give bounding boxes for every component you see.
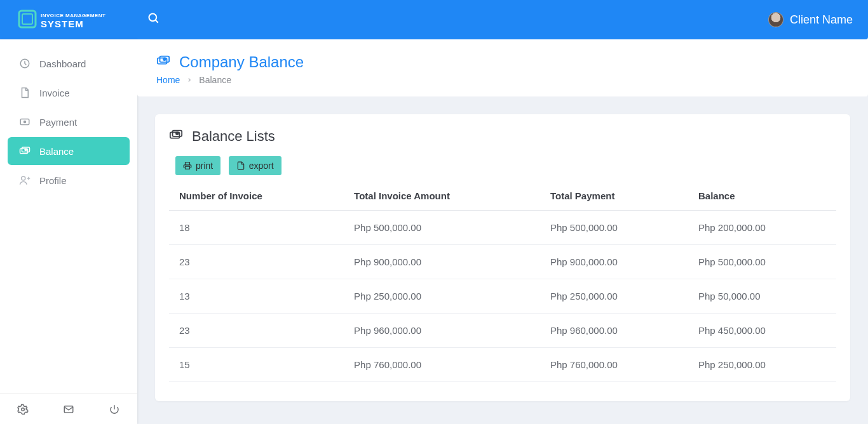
balance-icon xyxy=(19,145,31,157)
table-header: Total Payment xyxy=(540,182,688,211)
table-cell: Php 450,000.00 xyxy=(688,314,836,348)
svg-point-8 xyxy=(24,121,26,123)
sidebar-item-label: Invoice xyxy=(39,88,70,98)
table-cell: Php 500,000.00 xyxy=(344,211,540,245)
table-row[interactable]: 13Php 250,000.00Php 250,000.00Php 50,000… xyxy=(169,279,836,314)
profile-icon xyxy=(19,175,31,186)
svg-point-11 xyxy=(25,149,27,150)
dashboard-icon xyxy=(19,58,31,69)
sidebar-footer xyxy=(0,394,137,424)
logo[interactable]: INVOICE MANAGEMENT SYSTEM xyxy=(0,0,137,39)
table-cell: Php 900,000.00 xyxy=(540,245,688,279)
sidebar-item-invoice[interactable]: Invoice xyxy=(8,79,130,107)
invoice-icon xyxy=(19,87,31,98)
table-cell: Php 200,000.00 xyxy=(688,211,836,245)
table-cell: Php 760,000.00 xyxy=(344,348,540,382)
print-icon xyxy=(183,161,192,170)
table-cell: 13 xyxy=(169,279,344,314)
sidebar-item-label: Payment xyxy=(39,117,77,128)
export-icon xyxy=(236,161,245,170)
table-cell: 23 xyxy=(169,245,344,279)
table-row[interactable]: 15Php 760,000.00Php 760,000.00Php 250,00… xyxy=(169,348,836,382)
page-title: Company Balance xyxy=(179,53,304,71)
svg-line-5 xyxy=(156,20,158,23)
avatar xyxy=(768,12,783,27)
card-title-icon xyxy=(169,128,183,145)
table-cell: Php 250,000.00 xyxy=(540,279,688,314)
settings-icon[interactable] xyxy=(17,404,29,415)
user-menu[interactable]: Client Name xyxy=(768,12,853,27)
user-name: Client Name xyxy=(790,13,853,27)
page-header: Company Balance Home Balance xyxy=(137,39,868,96)
svg-rect-1 xyxy=(22,14,32,24)
table-cell: 18 xyxy=(169,211,344,245)
table-header: Balance xyxy=(688,182,836,211)
svg-point-19 xyxy=(163,58,166,60)
breadcrumb: Home Balance xyxy=(156,75,849,85)
table-row[interactable]: 23Php 900,000.00Php 900,000.00Php 500,00… xyxy=(169,245,836,279)
table-cell: 15 xyxy=(169,348,344,382)
table-cell: Php 500,000.00 xyxy=(540,211,688,245)
topbar: INVOICE MANAGEMENT SYSTEM Client Name xyxy=(0,0,868,39)
sidebar: Dashboard Invoice Payment Balance Profil… xyxy=(0,39,137,424)
breadcrumb-home[interactable]: Home xyxy=(156,75,180,85)
print-button[interactable]: print xyxy=(175,156,220,175)
mail-icon[interactable] xyxy=(63,404,74,415)
table-cell: Php 960,000.00 xyxy=(540,314,688,348)
svg-point-4 xyxy=(149,14,157,22)
balance-card: Balance Lists print export Number of Inv… xyxy=(155,114,850,401)
table-header: Total Invoice Amount xyxy=(344,182,540,211)
table-cell: Php 250,000.00 xyxy=(344,279,540,314)
table-header: Number of Invoice xyxy=(169,182,344,211)
main-content: Company Balance Home Balance Balance Lis… xyxy=(137,39,868,424)
sidebar-item-payment[interactable]: Payment xyxy=(8,108,130,136)
table-cell: Php 900,000.00 xyxy=(344,245,540,279)
svg-point-22 xyxy=(176,132,179,135)
table-cell: Php 50,000.00 xyxy=(688,279,836,314)
sidebar-item-label: Dashboard xyxy=(39,58,86,69)
table-row[interactable]: 18Php 500,000.00Php 500,000.00Php 200,00… xyxy=(169,211,836,245)
page-title-icon xyxy=(156,54,170,70)
print-button-label: print xyxy=(196,161,213,171)
chevron-right-icon xyxy=(186,75,193,85)
table-cell: Php 960,000.00 xyxy=(344,314,540,348)
table-cell: Php 760,000.00 xyxy=(540,348,688,382)
payment-icon xyxy=(19,116,31,128)
sidebar-item-label: Profile xyxy=(39,175,67,186)
search-button[interactable] xyxy=(147,12,160,27)
svg-text:INVOICE MANAGEMENT: INVOICE MANAGEMENT xyxy=(41,13,105,18)
action-buttons: print export xyxy=(169,156,836,175)
sidebar-item-balance[interactable]: Balance xyxy=(8,137,130,165)
breadcrumb-current: Balance xyxy=(199,75,231,85)
sidebar-item-profile[interactable]: Profile xyxy=(8,166,130,194)
svg-rect-0 xyxy=(19,11,36,27)
table-row[interactable]: 23Php 960,000.00Php 960,000.00Php 450,00… xyxy=(169,314,836,348)
svg-point-12 xyxy=(22,176,25,180)
sidebar-item-dashboard[interactable]: Dashboard xyxy=(8,50,130,77)
power-icon[interactable] xyxy=(109,404,120,415)
sidebar-item-label: Balance xyxy=(39,146,74,157)
card-title: Balance Lists xyxy=(192,128,275,145)
table-cell: Php 250,000.00 xyxy=(688,348,836,382)
svg-text:SYSTEM: SYSTEM xyxy=(41,18,84,29)
export-button-label: export xyxy=(249,161,274,171)
svg-point-15 xyxy=(22,407,25,411)
search-icon xyxy=(147,12,160,25)
table-cell: 23 xyxy=(169,314,344,348)
table-cell: Php 500,000.00 xyxy=(688,245,836,279)
export-button[interactable]: export xyxy=(229,156,281,175)
balance-table: Number of Invoice Total Invoice Amount T… xyxy=(169,182,836,382)
